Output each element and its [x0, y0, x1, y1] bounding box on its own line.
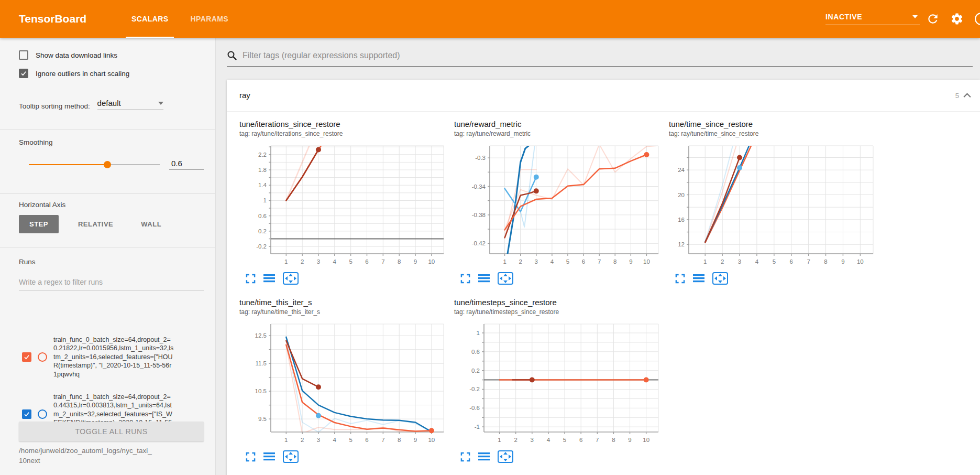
- chart-card: tune/iterations_since_restoretag: ray/tu…: [239, 120, 449, 293]
- gear-icon[interactable]: [950, 12, 964, 26]
- show-download-links-row[interactable]: Show data download links: [19, 50, 204, 60]
- expand-chart-icon[interactable]: [675, 274, 685, 284]
- svg-text:1: 1: [284, 437, 288, 443]
- fit-domain-icon[interactable]: [498, 272, 513, 285]
- smoothing-row: 0.6: [19, 159, 204, 170]
- tab-hparams[interactable]: HPARAMS: [184, 0, 234, 38]
- fit-domain-icon[interactable]: [498, 450, 513, 463]
- run-name-line: m_2_units=32,selected_features=["IS_W: [53, 410, 206, 418]
- slider-fill: [29, 164, 107, 165]
- refresh-icon[interactable]: [926, 12, 940, 26]
- sidebar: Show data download links Ignore outliers…: [0, 38, 216, 475]
- svg-text:-0.6: -0.6: [469, 405, 480, 411]
- runs-selector-icon[interactable]: [478, 452, 490, 462]
- chevron-up-icon[interactable]: [963, 92, 972, 99]
- smoothing-slider[interactable]: [29, 164, 160, 165]
- svg-text:8: 8: [612, 437, 615, 443]
- svg-text:2: 2: [301, 258, 304, 265]
- svg-text:-0.34: -0.34: [472, 183, 486, 190]
- svg-text:9: 9: [414, 258, 417, 265]
- svg-text:5: 5: [566, 258, 569, 265]
- tab-scalars[interactable]: SCALARS: [126, 0, 174, 38]
- log-directory-path: /home/junweid/zoo_automl_logs/nyc_taxi_ …: [19, 446, 204, 466]
- tooltip-sorting-select[interactable]: default: [97, 99, 163, 110]
- chart-plot[interactable]: 2.21.81.410.60.2-0.212345678910: [239, 142, 449, 267]
- fit-domain-icon[interactable]: [283, 272, 299, 285]
- runs-selector-icon[interactable]: [263, 274, 275, 284]
- axis-relative-button[interactable]: RELATIVE: [70, 215, 122, 233]
- expand-chart-icon[interactable]: [246, 452, 256, 462]
- svg-text:1.8: 1.8: [258, 167, 267, 173]
- svg-text:10: 10: [643, 258, 650, 265]
- search-icon: [227, 50, 237, 61]
- run-color-radio-icon[interactable]: [38, 409, 47, 419]
- smoothing-value[interactable]: 0.6: [169, 159, 204, 170]
- chart-card: tune/time_since_restoretag: ray/tune/tim…: [669, 120, 878, 293]
- run-filter-input[interactable]: Write a regex to filter runs: [19, 278, 204, 290]
- chart-plot[interactable]: 2420161212345678910: [669, 142, 878, 267]
- svg-text:1: 1: [498, 437, 501, 443]
- expand-chart-icon[interactable]: [460, 452, 470, 462]
- ignore-outliers-row[interactable]: Ignore outliers in chart scaling: [19, 69, 204, 78]
- chart-plot[interactable]: 10.60.2-0.2-0.6-112345678910: [454, 320, 664, 445]
- run-row[interactable]: train_func_1_batch_size=64,dropout_2=0.4…: [0, 393, 215, 423]
- fit-domain-icon[interactable]: [712, 272, 728, 285]
- svg-text:3: 3: [531, 437, 534, 443]
- runs-selector-icon[interactable]: [693, 274, 704, 284]
- svg-text:6: 6: [365, 258, 368, 265]
- app-title: TensorBoard: [19, 0, 86, 38]
- chart-plot[interactable]: 12.511.510.59.512345678910: [239, 320, 449, 445]
- chart-plot[interactable]: -0.3-0.34-0.38-0.4212345678910: [454, 142, 664, 267]
- svg-text:12.5: 12.5: [255, 332, 267, 339]
- run-checkbox-checked-icon[interactable]: [22, 352, 31, 362]
- status-label: INACTIVE: [825, 13, 862, 21]
- svg-text:2: 2: [301, 437, 304, 443]
- checkbox-unchecked-icon[interactable]: [19, 50, 28, 60]
- axis-wall-button[interactable]: WALL: [133, 215, 170, 233]
- run-checkbox-checked-icon[interactable]: [22, 409, 31, 419]
- runs-selector-icon[interactable]: [478, 274, 490, 284]
- svg-text:3: 3: [738, 258, 741, 265]
- fit-domain-icon[interactable]: [283, 450, 299, 463]
- run-name-line: R(timestamp)", "I_2020-10-15_11-55-56r: [53, 361, 206, 370]
- run-row[interactable]: train_func_0_batch_size=64,dropout_2=0.2…: [0, 336, 215, 379]
- runs-selector-icon[interactable]: [263, 452, 275, 462]
- expand-chart-icon[interactable]: [246, 274, 256, 284]
- svg-text:10: 10: [428, 258, 435, 265]
- chart-actions: [454, 272, 664, 285]
- toggle-all-runs-button[interactable]: TOGGLE ALL RUNS: [19, 422, 204, 441]
- svg-text:5: 5: [349, 258, 352, 265]
- svg-text:0.6: 0.6: [471, 349, 480, 355]
- svg-text:9: 9: [628, 437, 631, 443]
- svg-text:8: 8: [613, 258, 616, 265]
- svg-text:10: 10: [857, 258, 864, 265]
- svg-text:-0.2: -0.2: [469, 386, 480, 392]
- tag-filter-input[interactable]: Filter tags (regular expressions support…: [227, 50, 973, 67]
- svg-text:12: 12: [678, 241, 685, 247]
- help-icon[interactable]: [974, 12, 980, 26]
- svg-text:1: 1: [284, 258, 288, 265]
- runs-label: Runs: [19, 258, 204, 266]
- tag-group-header[interactable]: ray 5: [227, 80, 980, 112]
- slider-thumb[interactable]: [104, 161, 111, 168]
- svg-text:3: 3: [317, 437, 320, 443]
- svg-text:-0.38: -0.38: [472, 212, 486, 218]
- axis-step-button[interactable]: STEP: [19, 215, 59, 233]
- svg-text:2: 2: [514, 437, 517, 443]
- svg-text:0.6: 0.6: [258, 213, 267, 219]
- status-select[interactable]: INACTIVE: [825, 13, 920, 25]
- run-name-line: train_func_0_batch_size=64,dropout_2=: [53, 336, 206, 344]
- svg-text:4: 4: [333, 258, 337, 265]
- svg-text:0.2: 0.2: [258, 228, 267, 234]
- svg-text:1: 1: [263, 197, 267, 203]
- run-color-radio-icon[interactable]: [38, 352, 47, 362]
- svg-text:9: 9: [629, 258, 632, 265]
- chart-tag: tag: ray/tune/iterations_since_restore: [239, 130, 449, 138]
- divider: [0, 129, 215, 129]
- expand-chart-icon[interactable]: [460, 274, 470, 284]
- checkbox-checked-icon[interactable]: [19, 69, 28, 78]
- svg-text:-0.3: -0.3: [475, 155, 486, 161]
- chart-tag: tag: ray/tune/reward_metric: [454, 130, 664, 138]
- tag-group-card: ray 5 tune/iterations_since_restoretag: …: [227, 80, 980, 475]
- tag-filter-placeholder: Filter tags (regular expressions support…: [243, 51, 400, 60]
